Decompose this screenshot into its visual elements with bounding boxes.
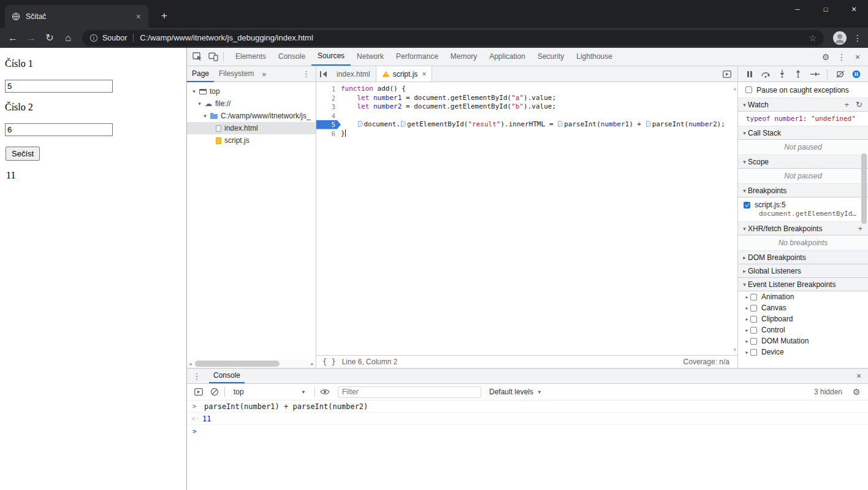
checkbox-unchecked[interactable] xyxy=(750,316,757,323)
close-drawer-icon[interactable]: × xyxy=(850,371,868,381)
scroll-right-icon[interactable]: ▸ xyxy=(309,361,316,367)
url-text[interactable]: C:/wamp/www/itnetwork/js_debugging/index… xyxy=(140,33,804,42)
more-tabs-icon[interactable]: » xyxy=(259,70,269,78)
breakpoint-snippet[interactable]: document.getElementById… xyxy=(744,210,857,219)
chevron-down-icon[interactable]: ▾ xyxy=(741,226,748,232)
devtools-kebab-icon[interactable]: ⋮ xyxy=(834,52,850,62)
maximize-button[interactable]: □ xyxy=(812,0,840,19)
navigator-kebab-icon[interactable]: ⋮ xyxy=(297,69,316,78)
bookmark-star-icon[interactable]: ☆ xyxy=(804,33,817,43)
log-levels-dropdown[interactable]: Default levels ▼ xyxy=(486,388,545,396)
scroll-down-icon[interactable]: ▼ xyxy=(733,347,736,353)
line-number[interactable]: 1 xyxy=(316,85,341,94)
chevron-down-icon[interactable]: ▾ xyxy=(741,281,748,288)
editor-tab-index-html[interactable]: index.html xyxy=(331,66,376,82)
devtools-tab-lighthouse[interactable]: Lighthouse xyxy=(570,48,619,66)
watch-expression-row[interactable]: typeof number1: "undefined" xyxy=(738,112,868,126)
chevron-down-icon[interactable]: ▾ xyxy=(741,130,748,136)
address-bar[interactable]: Soubor C:/wamp/www/itnetwork/js_debuggin… xyxy=(82,30,824,46)
inline-breakpoint-marker[interactable] xyxy=(558,121,563,127)
section-xhr-breakpoints[interactable]: ▾ XHR/fetch Breakpoints + xyxy=(738,222,868,235)
chevron-down-icon[interactable]: ▾ xyxy=(741,188,748,194)
chevron-right-icon[interactable]: ▸ xyxy=(741,268,748,274)
info-icon[interactable] xyxy=(89,34,98,42)
chevron-down-icon[interactable]: ▾ xyxy=(741,159,748,165)
checkbox-unchecked[interactable] xyxy=(750,338,757,345)
tree-item-file-[interactable]: ▾☁file:// xyxy=(187,98,316,110)
step-over-icon[interactable] xyxy=(760,69,771,80)
drawer-kebab-icon[interactable]: ⋮ xyxy=(190,372,204,381)
scroll-left-icon[interactable]: ◂ xyxy=(187,361,194,367)
devtools-tab-elements[interactable]: Elements xyxy=(229,48,272,66)
line-number[interactable]: 6 xyxy=(316,129,341,139)
checkbox-checked[interactable] xyxy=(744,202,750,209)
expander-icon[interactable]: ▾ xyxy=(191,88,197,94)
chevron-right-icon[interactable]: ▸ xyxy=(741,255,748,261)
add-watch-icon[interactable]: + xyxy=(845,100,850,109)
devtools-close-icon[interactable]: × xyxy=(850,52,866,62)
close-tab-icon[interactable]: × xyxy=(422,70,426,78)
browser-menu-kebab-icon[interactable]: ⋮ xyxy=(851,33,864,43)
chevron-right-icon[interactable]: ▸ xyxy=(744,305,750,311)
devtools-tab-network[interactable]: Network xyxy=(351,48,390,66)
device-toolbar-icon[interactable] xyxy=(205,49,221,65)
section-event-listener-breakpoints[interactable]: ▾ Event Listener Breakpoints xyxy=(738,278,868,291)
context-selector[interactable]: top ▼ xyxy=(229,388,310,396)
section-dom-breakpoints[interactable]: ▸ DOM Breakpoints xyxy=(738,251,868,264)
section-breakpoints[interactable]: ▾ Breakpoints xyxy=(738,184,868,197)
tree-item-c-wamp-www-itnetwork-js-[interactable]: ▾C:/wamp/www/itnetwork/js_ xyxy=(187,110,316,122)
inline-breakpoint-marker[interactable] xyxy=(358,121,363,127)
tree-item-top[interactable]: ▾top xyxy=(187,85,316,98)
deactivate-breakpoints-icon[interactable] xyxy=(835,69,846,80)
section-global-listeners[interactable]: ▸ Global Listeners xyxy=(738,264,868,278)
pretty-print-icon[interactable]: { } xyxy=(322,358,336,366)
chevron-right-icon[interactable]: ▸ xyxy=(744,339,750,344)
console-prompt-row[interactable]: > xyxy=(187,425,868,437)
event-category-canvas[interactable]: ▸Canvas xyxy=(738,302,868,313)
tab-close-icon[interactable]: × xyxy=(135,12,142,21)
devtools-tab-security[interactable]: Security xyxy=(531,48,570,66)
console-tab[interactable]: Console xyxy=(209,369,245,383)
chevron-right-icon[interactable]: ▸ xyxy=(744,294,750,300)
number1-input[interactable] xyxy=(5,80,113,93)
console-sidebar-toggle-icon[interactable] xyxy=(191,384,207,400)
tree-item-index-html[interactable]: index.html xyxy=(187,122,316,134)
section-call-stack[interactable]: ▾ Call Stack xyxy=(738,126,868,140)
breakpoint-gutter[interactable]: 5 xyxy=(316,120,341,129)
devtools-tab-application[interactable]: Application xyxy=(483,48,531,66)
breakpoint-entry[interactable]: script.js:5 document.getElementById… xyxy=(738,197,868,222)
sidebar-scroll-thumb[interactable] xyxy=(861,153,867,224)
checkbox-unchecked[interactable] xyxy=(750,349,757,356)
line-number[interactable]: 3 xyxy=(316,102,341,112)
devtools-tab-console[interactable]: Console xyxy=(272,48,311,66)
console-filter-input[interactable] xyxy=(338,386,481,398)
chevron-right-icon[interactable]: ▸ xyxy=(744,350,750,355)
checkbox-unchecked[interactable] xyxy=(750,294,757,301)
reload-icon[interactable]: ↻ xyxy=(40,32,59,44)
toggle-debugger-sidebar-icon[interactable] xyxy=(719,66,735,82)
profile-avatar[interactable] xyxy=(832,31,847,45)
pause-on-exceptions-icon[interactable] xyxy=(851,69,862,80)
live-expression-eye-icon[interactable] xyxy=(317,384,333,400)
devtools-tab-sources[interactable]: Sources xyxy=(311,48,351,66)
event-category-dom-mutation[interactable]: ▸DOM Mutation xyxy=(738,335,868,346)
browser-tab[interactable]: Sčítač × xyxy=(5,5,148,28)
home-icon[interactable]: ⌂ xyxy=(59,33,77,44)
forward-icon[interactable]: → xyxy=(22,33,40,44)
event-category-animation[interactable]: ▸Animation xyxy=(738,291,868,302)
toggle-navigator-icon[interactable] xyxy=(316,66,331,82)
inspect-element-icon[interactable] xyxy=(189,49,205,65)
settings-gear-icon[interactable]: ⚙ xyxy=(818,52,834,62)
close-window-button[interactable]: × xyxy=(840,0,868,19)
checkbox-unchecked[interactable] xyxy=(745,86,752,93)
expander-icon[interactable]: ▾ xyxy=(196,101,203,107)
tree-item-script-js[interactable]: script.js xyxy=(187,134,316,147)
add-xhr-breakpoint-icon[interactable]: + xyxy=(858,224,862,233)
inline-breakpoint-marker[interactable] xyxy=(646,121,651,127)
scroll-up-icon[interactable]: ▲ xyxy=(733,86,736,91)
console-settings-gear-icon[interactable]: ⚙ xyxy=(848,387,864,397)
editor-tab-script-js[interactable]: script.js × xyxy=(376,66,433,82)
navigator-hscrollbar[interactable]: ◂ ▸ xyxy=(187,359,316,368)
hscroll-thumb[interactable] xyxy=(195,361,280,367)
number2-input[interactable] xyxy=(5,123,113,136)
